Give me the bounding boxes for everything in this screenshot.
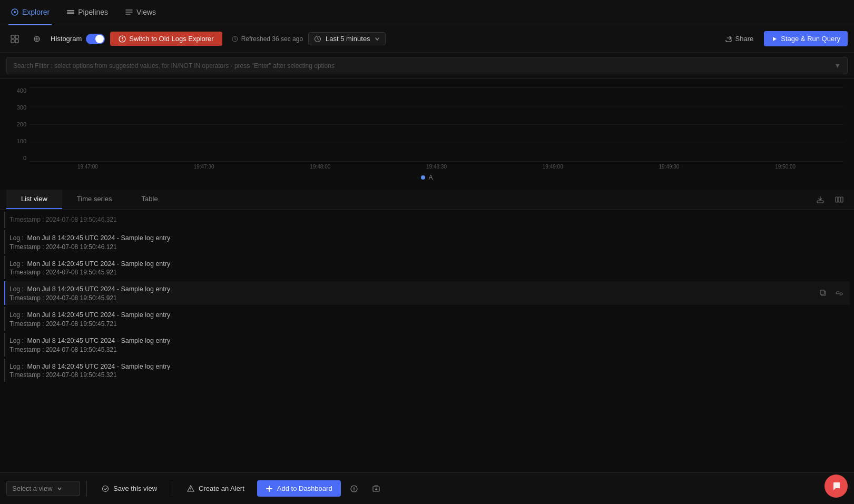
x-label-3: 19:48:30 — [378, 164, 495, 170]
log-entry[interactable]: Log : Mon Jul 8 14:20:45 UTC 2024 - Samp… — [4, 230, 850, 254]
log-entry-actions — [817, 287, 846, 300]
export-icon-btn[interactable] — [367, 480, 385, 498]
x-label-1: 19:47:30 — [146, 164, 262, 170]
svg-point-26 — [103, 486, 109, 491]
svg-rect-20 — [836, 197, 838, 202]
log-timestamp: Timestamp : 2024-07-08 19:50:45.321 — [9, 346, 846, 353]
save-icon — [102, 485, 109, 492]
bottom-divider — [86, 481, 87, 497]
chat-icon — [831, 481, 841, 491]
refresh-info: Refreshed 36 sec ago — [232, 35, 303, 43]
log-list: Timestamp : 2024-07-08 19:50:46.321 Log … — [0, 210, 854, 383]
chevron-down-icon — [57, 486, 62, 491]
switch-old-logs-label: Switch to Old Logs Explorer — [129, 35, 213, 43]
view-selector[interactable]: Select a view — [6, 481, 80, 496]
nav-item-views[interactable]: Views — [123, 0, 158, 25]
search-chevron-icon: ▼ — [834, 62, 841, 70]
svg-point-29 — [190, 490, 191, 490]
log-text: Log : Mon Jul 8 14:20:45 UTC 2024 - Samp… — [9, 284, 846, 294]
log-entry[interactable]: Timestamp : 2024-07-08 19:50:46.321 — [4, 212, 850, 228]
svg-rect-21 — [838, 197, 840, 202]
svg-rect-5 — [11, 35, 14, 38]
log-timestamp: Timestamp : 2024-07-08 19:50:46.121 — [9, 243, 846, 251]
search-filter-input[interactable]: Search Filter : select options from sugg… — [6, 57, 848, 74]
y-label-100: 100 — [17, 138, 26, 144]
link-log-btn[interactable] — [833, 287, 846, 300]
y-label-200: 200 — [17, 121, 26, 127]
stage-run-button[interactable]: Stage & Run Query — [764, 31, 848, 46]
y-label-300: 300 — [17, 104, 26, 111]
views-icon — [125, 8, 133, 16]
create-alert-label: Create an Alert — [199, 485, 244, 492]
refresh-text: Refreshed 36 sec ago — [241, 35, 303, 43]
share-button[interactable]: Share — [720, 32, 759, 46]
histogram-toggle: Histogram — [51, 34, 105, 44]
switch-old-logs-btn[interactable]: Switch to Old Logs Explorer — [110, 32, 222, 46]
log-entry[interactable]: Log : Mon Jul 8 14:20:45 UTC 2024 - Samp… — [4, 307, 850, 331]
log-entry[interactable]: Log : Mon Jul 8 14:20:45 UTC 2024 - Samp… — [4, 256, 850, 280]
bottom-bar: Select a view Save this view Create an A… — [0, 472, 854, 504]
refresh-icon — [232, 36, 238, 42]
svg-point-1 — [14, 11, 16, 13]
svg-rect-6 — [15, 35, 18, 38]
log-text: Log : Mon Jul 8 14:20:45 UTC 2024 - Samp… — [9, 259, 846, 269]
add-dashboard-button[interactable]: Add to Dashboard — [257, 480, 341, 497]
x-label-0: 19:47:00 — [30, 164, 146, 170]
top-nav: Explorer Pipelines Views — [0, 0, 854, 25]
svg-rect-3 — [67, 12, 74, 13]
play-icon — [771, 36, 778, 42]
stage-run-label: Stage & Run Query — [781, 35, 840, 43]
x-label-4: 19:49:00 — [495, 164, 611, 170]
svg-rect-2 — [67, 10, 74, 11]
tab-time-series[interactable]: Time series — [62, 190, 127, 209]
time-range-selector[interactable]: Last 5 minutes — [308, 32, 386, 45]
search-bar: Search Filter : select options from sugg… — [0, 53, 854, 79]
log-text: Log : Mon Jul 8 14:20:45 UTC 2024 - Samp… — [9, 336, 846, 346]
log-timestamp: Timestamp : 2024-07-08 19:50:45.921 — [9, 269, 846, 276]
add-dashboard-label: Add to Dashboard — [277, 485, 332, 492]
chat-bubble[interactable] — [824, 475, 848, 498]
save-view-button[interactable]: Save this view — [93, 480, 165, 497]
download-icon-btn[interactable] — [812, 191, 829, 208]
log-entry[interactable]: Log : Mon Jul 8 14:20:45 UTC 2024 - Samp… — [4, 281, 850, 305]
svg-rect-24 — [820, 290, 824, 294]
log-timestamp: Timestamp : 2024-07-08 19:50:45.721 — [9, 320, 846, 328]
log-timestamp: Timestamp : 2024-07-08 19:50:45.921 — [9, 294, 846, 302]
y-label-0: 0 — [23, 155, 26, 161]
pipelines-icon — [66, 8, 75, 16]
nav-item-pipelines[interactable]: Pipelines — [64, 0, 110, 25]
create-alert-button[interactable]: Create an Alert — [179, 480, 253, 497]
legend-label: A — [428, 174, 433, 181]
svg-rect-19 — [817, 201, 823, 203]
tab-list-view[interactable]: List view — [6, 190, 62, 209]
x-label-6: 19:50:00 — [727, 164, 843, 170]
layout-icon-btn[interactable] — [6, 31, 23, 47]
tab-table[interactable]: Table — [127, 190, 173, 209]
svg-point-14 — [122, 39, 123, 41]
histogram-toggle-switch[interactable] — [86, 34, 105, 44]
svg-marker-18 — [773, 37, 777, 41]
log-entry[interactable]: Log : Mon Jul 8 14:20:45 UTC 2024 - Samp… — [4, 333, 850, 357]
x-label-5: 19:49:30 — [611, 164, 728, 170]
log-timestamp: Timestamp : 2024-07-08 19:50:45.321 — [9, 371, 846, 379]
columns-icon-btn[interactable] — [831, 191, 848, 208]
chart-legend: A — [11, 174, 843, 181]
explorer-icon — [11, 8, 19, 16]
nav-views-label: Views — [136, 8, 156, 16]
histogram-label: Histogram — [51, 35, 82, 43]
clock-icon — [314, 35, 321, 43]
info-icon-btn[interactable] — [345, 480, 363, 498]
nav-pipelines-label: Pipelines — [78, 8, 108, 16]
filter-icon-btn[interactable] — [28, 31, 45, 47]
chevron-down-icon — [375, 36, 380, 42]
log-text: Log : Mon Jul 8 14:20:45 UTC 2024 - Samp… — [9, 362, 846, 372]
view-tabs: List view Time series Table — [0, 190, 854, 210]
log-entry[interactable]: Log : Mon Jul 8 14:20:45 UTC 2024 - Samp… — [4, 359, 850, 382]
nav-item-explorer[interactable]: Explorer — [8, 0, 52, 25]
svg-point-34 — [354, 487, 354, 487]
copy-log-btn[interactable] — [817, 287, 830, 300]
svg-rect-22 — [841, 197, 843, 202]
log-text: Timestamp : 2024-07-08 19:50:46.321 — [9, 215, 846, 225]
select-view-label: Select a view — [12, 485, 53, 492]
plus-icon — [266, 485, 273, 492]
